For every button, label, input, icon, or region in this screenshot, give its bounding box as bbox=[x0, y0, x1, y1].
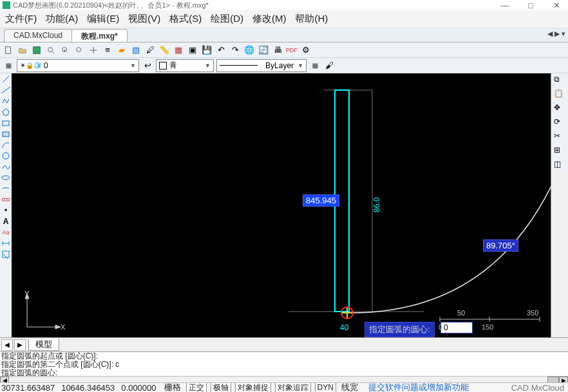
dim-icon[interactable] bbox=[1, 239, 10, 248]
menu-file[interactable]: 文件(F) bbox=[5, 13, 37, 25]
command-line-2: 指定圆弧的第二个点或 [圆心(C)]: c bbox=[1, 360, 567, 369]
layer-dropdown[interactable]: ☀🔒🧊 0 ▼ bbox=[17, 59, 139, 72]
sheet-next-button[interactable]: ▶ bbox=[14, 339, 26, 351]
dynamic-prompt: 指定圆弧的圆心: bbox=[364, 322, 435, 337]
document-tab-bar: CAD.MxCloud 教程.mxg* ◀ ▶ ▾ bbox=[0, 28, 568, 42]
color-dropdown[interactable]: 青 ▼ bbox=[156, 59, 214, 72]
feedback-link[interactable]: 提交软件问题或增加新功能 bbox=[368, 382, 469, 392]
window-titlebar: CAD梦想画图(6.0.20210904)<姓赵的叶, 、会员1> - 教程.m… bbox=[0, 0, 568, 10]
toolbar-standard: + - ≡ ▰ ▧ 🖊 📏 ▦ ▣ 💾 ↶ ↷ 🌐 🔄 🖶 PDF ⚙ bbox=[0, 42, 568, 58]
svg-line-19 bbox=[3, 254, 8, 259]
coord-z: 0.000000 bbox=[121, 383, 156, 393]
menu-view[interactable]: 视图(V) bbox=[128, 13, 160, 25]
spline-icon[interactable] bbox=[1, 162, 10, 171]
cloud-icon[interactable] bbox=[1, 195, 10, 204]
ellipse-arc-icon[interactable] bbox=[1, 184, 10, 193]
toggle-grid[interactable]: 栅格 bbox=[163, 382, 182, 392]
redo-icon[interactable]: ↷ bbox=[229, 44, 241, 56]
move-icon[interactable]: ✥ bbox=[554, 103, 565, 115]
insert-icon[interactable]: ▣ bbox=[187, 44, 198, 56]
refresh-icon[interactable]: 🔄 bbox=[258, 44, 269, 56]
new-file-icon[interactable] bbox=[3, 44, 14, 56]
menu-modify[interactable]: 修改(M) bbox=[252, 13, 287, 25]
maximize-button[interactable]: □ bbox=[522, 1, 540, 10]
menu-help[interactable]: 帮助(H) bbox=[295, 13, 328, 25]
zoom-extents-icon[interactable] bbox=[45, 44, 57, 56]
svg-marker-10 bbox=[3, 109, 9, 115]
status-bar: 30731.663487 10646.346453 0.000000 栅格 正交… bbox=[0, 382, 568, 392]
tab-mxcloud[interactable]: CAD.MxCloud bbox=[4, 29, 72, 42]
toggle-otrack[interactable]: 对象追踪 bbox=[275, 382, 311, 392]
scale-tick-150: 150 bbox=[482, 323, 493, 331]
tab-nav-arrows[interactable]: ◀ ▶ ▾ bbox=[547, 30, 565, 38]
toggle-dyn[interactable]: DYN bbox=[315, 382, 336, 392]
pan-icon[interactable] bbox=[88, 44, 99, 56]
menu-draw[interactable]: 绘图(D) bbox=[211, 13, 243, 25]
lineweight-icon[interactable]: ≣ bbox=[309, 60, 321, 71]
mtext-icon[interactable]: Aa bbox=[1, 228, 10, 237]
chevron-down-icon: ▼ bbox=[205, 62, 211, 69]
circle-icon[interactable] bbox=[1, 151, 10, 160]
ellipse-icon[interactable] bbox=[1, 173, 10, 182]
svg-line-9 bbox=[1, 87, 10, 93]
xline-icon[interactable] bbox=[1, 86, 10, 95]
print-icon[interactable]: 🖶 bbox=[272, 44, 283, 56]
polyline-icon[interactable] bbox=[1, 97, 10, 106]
zoom-out-icon[interactable]: - bbox=[73, 44, 85, 56]
point-icon[interactable]: • bbox=[1, 206, 10, 215]
layer-prev-icon[interactable]: ↩ bbox=[142, 60, 153, 71]
dynamic-prompt-input[interactable]: 0 bbox=[440, 322, 473, 333]
open-file-icon[interactable] bbox=[17, 44, 28, 56]
rectangle-fill-icon[interactable] bbox=[1, 129, 10, 138]
measure-icon[interactable]: 📏 bbox=[158, 44, 170, 56]
globe-icon[interactable]: 🌐 bbox=[243, 44, 255, 56]
array-icon[interactable]: ⊞ bbox=[554, 145, 565, 157]
command-window[interactable]: 指定圆弧的起点或 [圆心(C)]: 指定圆弧的第二个点或 [圆心(C)]: c … bbox=[0, 351, 568, 377]
copy-icon[interactable]: ⧉ bbox=[554, 75, 565, 86]
settings-icon[interactable]: ⚙ bbox=[300, 44, 312, 56]
paste-icon[interactable]: 📋 bbox=[554, 89, 565, 100]
svg-rect-1 bbox=[33, 46, 41, 53]
menu-bar: 文件(F) 功能(A) 编辑(E) 视图(V) 格式(S) 绘图(D) 修改(M… bbox=[0, 10, 568, 28]
polygon-icon[interactable] bbox=[1, 107, 10, 117]
tab-tutorial[interactable]: 教程.mxg* bbox=[71, 29, 128, 42]
toggle-osnap[interactable]: 对象捕捉 bbox=[235, 382, 271, 392]
arc-icon[interactable] bbox=[1, 140, 10, 149]
color-icon[interactable]: ▰ bbox=[116, 44, 128, 56]
rectangle-icon[interactable] bbox=[1, 118, 10, 127]
linetype-dropdown[interactable]: ByLayer ▼ bbox=[216, 59, 307, 72]
drawing-canvas[interactable]: 86.0 40 845.945 89.705° 指定圆弧的圆心: 0 50 35… bbox=[12, 73, 551, 337]
scale-tick-0: 0 bbox=[439, 323, 442, 331]
toggle-polar[interactable]: 极轴 bbox=[211, 382, 231, 392]
sheet-tab-model[interactable]: 模型 bbox=[28, 339, 59, 351]
layers-icon[interactable]: ≡ bbox=[102, 44, 113, 56]
scale-tick-350: 350 bbox=[527, 309, 538, 317]
minimize-button[interactable]: — bbox=[496, 1, 514, 10]
app-icon bbox=[3, 1, 10, 9]
toggle-lineweight[interactable]: 线宽 bbox=[340, 382, 359, 392]
toggle-ortho[interactable]: 正交 bbox=[186, 382, 207, 392]
line-icon[interactable] bbox=[1, 75, 10, 84]
save-icon[interactable] bbox=[31, 44, 43, 56]
menu-function[interactable]: 功能(A) bbox=[46, 13, 78, 25]
undo-icon[interactable]: ↶ bbox=[215, 44, 227, 56]
sheet-prev-button[interactable]: ◀ bbox=[1, 339, 13, 351]
text-icon[interactable]: A bbox=[1, 217, 10, 226]
block-icon[interactable]: ▦ bbox=[173, 44, 184, 56]
zoom-window-icon[interactable]: + bbox=[59, 44, 71, 56]
disk-icon[interactable]: 💾 bbox=[201, 44, 213, 56]
trim-icon[interactable]: ✂ bbox=[554, 131, 565, 143]
menu-format[interactable]: 格式(S) bbox=[169, 13, 202, 25]
hatch-icon[interactable]: ▧ bbox=[130, 44, 142, 56]
layer-current: 0 bbox=[44, 61, 48, 70]
brush-icon[interactable]: 🖌 bbox=[323, 60, 335, 71]
menu-edit[interactable]: 编辑(E) bbox=[87, 13, 119, 25]
match-prop-icon[interactable]: 🖊 bbox=[144, 44, 156, 56]
hatch-tool-icon[interactable] bbox=[1, 250, 10, 259]
layer-manager-icon[interactable]: ≣ bbox=[3, 60, 14, 71]
rotate-icon[interactable]: ⟳ bbox=[554, 117, 565, 129]
mirror-icon[interactable]: ◫ bbox=[554, 160, 565, 171]
close-button[interactable]: ✕ bbox=[547, 1, 565, 10]
pdf-icon[interactable]: PDF bbox=[286, 44, 298, 56]
scale-tick-50: 50 bbox=[457, 309, 465, 317]
